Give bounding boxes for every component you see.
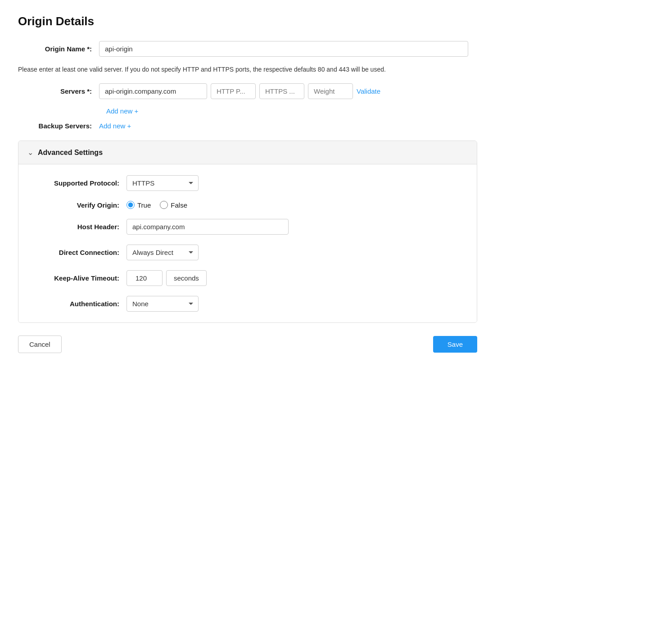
direct-connection-row: Direct Connection: Always Direct Never D…	[27, 245, 468, 260]
advanced-settings-content: Supported Protocol: HTTP HTTPS Both Veri…	[18, 164, 477, 322]
host-header-input[interactable]	[127, 219, 289, 235]
authentication-select[interactable]: None Basic Digest	[127, 296, 199, 312]
servers-label: Servers *:	[18, 87, 99, 95]
advanced-settings-header[interactable]: ⌄ Advanced Settings	[18, 141, 477, 164]
backup-servers-row: Backup Servers: Add new +	[18, 122, 477, 130]
origin-name-label: Origin Name *:	[18, 45, 99, 53]
servers-inputs: Validate	[99, 83, 380, 99]
add-new-server-link[interactable]: Add new +	[106, 107, 138, 115]
verify-origin-label: Verify Origin:	[27, 201, 127, 209]
supported-protocol-label: Supported Protocol:	[27, 179, 127, 187]
host-header-row: Host Header:	[27, 219, 468, 235]
advanced-settings-title: Advanced Settings	[38, 149, 103, 157]
cancel-button[interactable]: Cancel	[18, 336, 62, 353]
keepalive-timeout-input[interactable]	[127, 270, 163, 286]
page-title: Origin Details	[18, 14, 477, 28]
save-button[interactable]: Save	[433, 336, 477, 353]
verify-origin-true-label: True	[137, 201, 151, 209]
timeout-inputs: seconds	[127, 270, 207, 286]
backup-servers-label: Backup Servers:	[18, 122, 99, 130]
advanced-settings-box: ⌄ Advanced Settings Supported Protocol: …	[18, 141, 477, 323]
verify-origin-row: Verify Origin: True False	[27, 201, 468, 209]
seconds-label: seconds	[166, 270, 207, 286]
footer-buttons: Cancel Save	[18, 336, 477, 353]
origin-name-row: Origin Name *:	[18, 41, 477, 57]
validate-link[interactable]: Validate	[357, 87, 380, 95]
verify-origin-radio-group: True False	[127, 201, 187, 209]
chevron-down-icon: ⌄	[27, 148, 33, 157]
hint-text: Please enter at least one valid server. …	[18, 65, 477, 74]
http-port-input[interactable]	[211, 83, 256, 99]
authentication-row: Authentication: None Basic Digest	[27, 296, 468, 312]
servers-row: Servers *: Validate	[18, 83, 477, 99]
verify-origin-false-radio[interactable]	[160, 201, 168, 209]
verify-origin-true-radio[interactable]	[127, 201, 135, 209]
host-header-label: Host Header:	[27, 223, 127, 231]
https-port-input[interactable]	[259, 83, 304, 99]
keepalive-timeout-label: Keep-Alive Timeout:	[27, 274, 127, 282]
verify-origin-true-option[interactable]: True	[127, 201, 151, 209]
weight-input[interactable]	[308, 83, 353, 99]
server-address-input[interactable]	[99, 83, 207, 99]
keepalive-timeout-row: Keep-Alive Timeout: seconds	[27, 270, 468, 286]
direct-connection-select[interactable]: Always Direct Never Direct Proxy First	[127, 245, 199, 260]
verify-origin-false-option[interactable]: False	[160, 201, 187, 209]
supported-protocol-row: Supported Protocol: HTTP HTTPS Both	[27, 175, 468, 191]
backup-add-new-link[interactable]: Add new +	[99, 122, 131, 130]
authentication-label: Authentication:	[27, 300, 127, 308]
verify-origin-false-label: False	[171, 201, 187, 209]
origin-name-input[interactable]	[99, 41, 468, 57]
supported-protocol-select[interactable]: HTTP HTTPS Both	[127, 175, 199, 191]
direct-connection-label: Direct Connection:	[27, 249, 127, 256]
add-new-row: Add new +	[106, 107, 477, 115]
